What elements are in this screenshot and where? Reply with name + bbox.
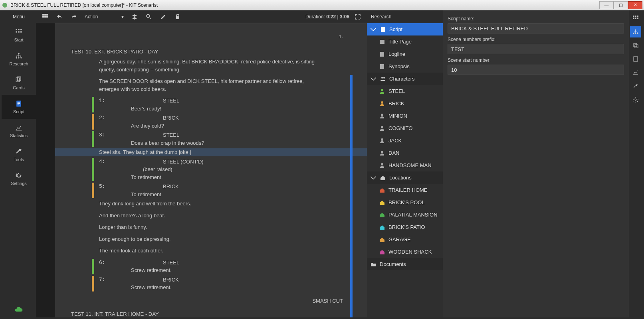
undo-button[interactable] bbox=[54, 11, 65, 23]
sidebar-item-settings[interactable]: Settings bbox=[2, 167, 36, 191]
lock-button[interactable] bbox=[172, 11, 184, 23]
tree-item-character[interactable]: BRICK bbox=[367, 97, 443, 110]
menu-button[interactable]: Menu bbox=[2, 10, 36, 23]
tree-item-character[interactable]: DAN bbox=[367, 147, 443, 159]
svg-rect-48 bbox=[634, 43, 637, 47]
sidebar-item-cards[interactable]: Cards bbox=[2, 71, 36, 95]
tree-label: COGNITO bbox=[388, 125, 412, 131]
person-icon bbox=[379, 138, 385, 144]
tree-item-location[interactable]: GARAGE bbox=[367, 233, 443, 246]
search-button[interactable] bbox=[143, 11, 155, 23]
tree-label: Documents bbox=[380, 261, 406, 267]
pencil-icon bbox=[160, 14, 166, 20]
svg-rect-6 bbox=[20, 31, 22, 32]
editor-column: Action ▾ Duration: 0:22 | 3:06 1. TEST 1… bbox=[36, 10, 367, 317]
editor-toolbar: Action ▾ Duration: 0:22 | 3:06 bbox=[36, 10, 367, 23]
svg-rect-18 bbox=[44, 14, 46, 16]
tree-label: JACK bbox=[388, 138, 402, 144]
dialogue-line: To retirement. bbox=[131, 173, 347, 181]
tree-item-location[interactable]: TRAILER HOME bbox=[367, 184, 443, 196]
right-tool-settings[interactable] bbox=[630, 94, 641, 105]
home-icon bbox=[379, 212, 385, 218]
style-value: Action bbox=[85, 14, 98, 20]
tree-item-location[interactable]: WOODEN SHACK bbox=[367, 246, 443, 258]
tree-group-script[interactable]: Script bbox=[367, 23, 443, 35]
action-text: And then there's a long beat. bbox=[99, 212, 323, 220]
cloud-status[interactable] bbox=[2, 301, 36, 317]
edit-button[interactable] bbox=[157, 11, 169, 23]
tree-group-characters[interactable]: Characters bbox=[367, 73, 443, 85]
right-tool-doc[interactable] bbox=[630, 53, 641, 65]
sidebar-item-tools[interactable]: Tools bbox=[2, 143, 36, 167]
action-text: A gorgeous day. The sun is shining. But … bbox=[99, 58, 323, 73]
right-tool-grid[interactable] bbox=[630, 13, 641, 24]
window-maximize-button[interactable]: ▢ bbox=[614, 1, 628, 9]
tree-item-character[interactable]: JACK bbox=[367, 134, 443, 147]
window-title: BRICK & STEEL FULL RETIRED [on local com… bbox=[10, 2, 599, 8]
window-close-button[interactable]: ✕ bbox=[628, 1, 642, 9]
grid-small-icon bbox=[42, 14, 48, 20]
chevron-down-icon: ▾ bbox=[121, 14, 124, 20]
svg-rect-49 bbox=[635, 45, 638, 48]
redo-button[interactable] bbox=[68, 11, 80, 23]
tree-item-character[interactable]: MINION bbox=[367, 110, 443, 122]
script-page[interactable]: 1. TEST 10. EXT. BRICK'S PATIO - DAY A g… bbox=[55, 23, 367, 317]
chart-icon bbox=[632, 69, 639, 76]
right-tool-copy[interactable] bbox=[630, 40, 641, 51]
svg-point-31 bbox=[381, 89, 383, 91]
character-name: BRICK bbox=[163, 114, 347, 122]
person-icon bbox=[379, 88, 385, 95]
tree-label: BRICK bbox=[388, 100, 404, 106]
outline-view-button[interactable] bbox=[39, 11, 51, 23]
tree-item-location[interactable]: PALATIAL MANSION bbox=[367, 209, 443, 221]
window-minimize-button[interactable]: — bbox=[599, 1, 614, 9]
tree-group-documents[interactable]: Documents bbox=[367, 258, 443, 270]
main-sidebar: Menu Start Research Cards Script Statist… bbox=[2, 10, 36, 317]
svg-point-37 bbox=[381, 163, 383, 165]
tree-item-logline[interactable]: Logline bbox=[367, 48, 443, 60]
tree-item-location[interactable]: BRICK'S POOL bbox=[367, 196, 443, 209]
svg-point-9 bbox=[18, 57, 19, 58]
right-tool-stats[interactable] bbox=[630, 67, 641, 78]
scene-prefix-input[interactable] bbox=[448, 44, 624, 54]
sidebar-item-start[interactable]: Start bbox=[2, 23, 36, 47]
sidebar-item-research[interactable]: Research bbox=[2, 47, 36, 71]
svg-rect-2 bbox=[18, 29, 19, 30]
dialogue-line: Beer's ready! bbox=[131, 105, 347, 113]
tree-item-title-page[interactable]: Title Page bbox=[367, 35, 443, 48]
svg-point-35 bbox=[381, 138, 383, 141]
tree-item-character[interactable]: STEEL bbox=[367, 85, 443, 97]
svg-rect-25 bbox=[381, 27, 385, 32]
svg-point-10 bbox=[20, 57, 22, 58]
svg-point-32 bbox=[381, 101, 383, 104]
paragraph-style-select[interactable]: Action ▾ bbox=[82, 12, 126, 22]
tree-item-character[interactable]: COGNITO bbox=[367, 122, 443, 134]
scene-start-input[interactable] bbox=[448, 65, 624, 75]
grid-icon bbox=[632, 15, 639, 22]
dialogue-line: Are they cold? bbox=[131, 122, 347, 130]
character-name: BRICK bbox=[163, 276, 347, 284]
script-name-input[interactable] bbox=[448, 23, 624, 33]
svg-point-36 bbox=[381, 151, 383, 153]
revision-number: 1: bbox=[99, 97, 105, 105]
tree-group-locations[interactable]: Locations bbox=[367, 171, 443, 184]
tree-item-location[interactable]: BRICK'S PATIO bbox=[367, 221, 443, 233]
action-text: Longer than is funny. bbox=[99, 223, 323, 231]
layers-button[interactable] bbox=[129, 11, 141, 23]
revision-number: 3: bbox=[99, 131, 105, 139]
tree-item-character[interactable]: HANDSOME MAN bbox=[367, 159, 443, 171]
app-icon bbox=[2, 2, 8, 8]
editor-area[interactable]: 1. TEST 10. EXT. BRICK'S PATIO - DAY A g… bbox=[36, 23, 367, 317]
script-name-label: Script name: bbox=[448, 16, 624, 22]
tree-item-synopsis[interactable]: Synopsis bbox=[367, 60, 443, 73]
navigator-tree: Script Title Page Logline Synopsis Chara… bbox=[367, 23, 443, 317]
home-icon bbox=[379, 187, 385, 193]
right-tool-tree[interactable] bbox=[630, 26, 641, 37]
svg-rect-42 bbox=[635, 18, 636, 19]
sidebar-item-script[interactable]: Script bbox=[2, 95, 36, 119]
person-icon bbox=[379, 125, 385, 132]
right-tool-wrench[interactable] bbox=[630, 81, 641, 92]
svg-rect-38 bbox=[633, 16, 634, 17]
sidebar-item-statistics[interactable]: Statistics bbox=[2, 119, 36, 143]
fullscreen-button[interactable] bbox=[352, 11, 364, 23]
